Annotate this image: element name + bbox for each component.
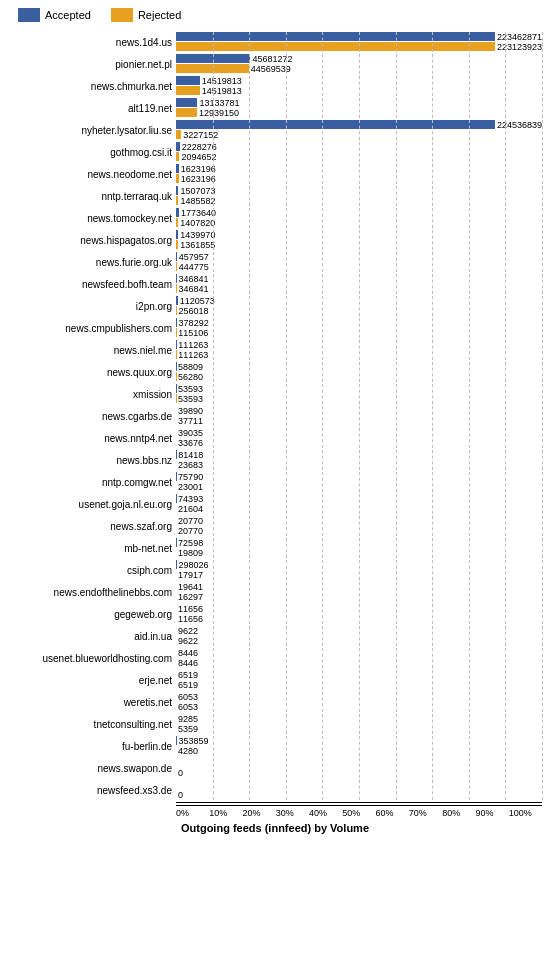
grid-line	[542, 736, 543, 756]
accepted-value: 1623196	[181, 164, 216, 174]
rejected-bar-line: 6053	[176, 702, 542, 711]
row-label: xmission	[8, 389, 176, 400]
accepted-value: 2228276	[182, 142, 217, 152]
accepted-bar-line: 39890	[176, 406, 542, 415]
table-row: gothmog.csi.it22282762094652	[8, 142, 542, 162]
rejected-bar-line: 53593	[176, 394, 542, 403]
rejected-bar-line: 11656	[176, 614, 542, 623]
grid-line	[542, 538, 543, 558]
accepted-bar-line: 20770	[176, 516, 542, 525]
rejected-value: 12939150	[199, 108, 239, 118]
rejected-bar-line: 111263	[176, 350, 542, 359]
accepted-bar-line: 111263	[176, 340, 542, 349]
bars-wrapper: 346841346841	[176, 274, 542, 294]
rejected-value: 5359	[178, 724, 198, 734]
rejected-bar	[176, 262, 177, 271]
rejected-value: 23683	[178, 460, 203, 470]
x-tick: 30%	[276, 806, 309, 818]
rejected-bar-line: 8446	[176, 658, 542, 667]
rejected-value: 8446	[178, 658, 198, 668]
grid-line	[542, 98, 543, 118]
accepted-value: 6519	[178, 670, 198, 680]
rejected-bar	[176, 64, 249, 73]
accepted-value: 45681272	[252, 54, 292, 64]
x-axis-line	[176, 802, 542, 803]
rejected-bar-line: 12939150	[176, 108, 542, 117]
rejected-bar-line: 5359	[176, 724, 542, 733]
rejected-bar-line: 444775	[176, 262, 542, 271]
bars-wrapper: 16231961623196	[176, 164, 542, 184]
bars-wrapper: 84468446	[176, 648, 542, 668]
legend: Accepted Rejected	[8, 8, 542, 22]
accepted-bar-line: 353859	[176, 736, 542, 745]
rejected-bar	[176, 152, 179, 161]
rejected-value: 346841	[179, 284, 209, 294]
rejected-value: 3227152	[183, 130, 218, 140]
accepted-bar-line: 39035	[176, 428, 542, 437]
x-tick: 20%	[243, 806, 276, 818]
table-row: newsfeed.xs3.de0	[8, 780, 542, 800]
accepted-bar	[176, 230, 178, 239]
row-label: news.swapon.de	[8, 763, 176, 774]
rejected-bar	[176, 240, 178, 249]
accepted-bar-line: 298026	[176, 560, 542, 569]
rejected-bar-line: 37711	[176, 416, 542, 425]
bars-section: news.1d4.us223462871223123923pionier.net…	[8, 32, 542, 800]
row-label: aid.in.ua	[8, 631, 176, 642]
x-tick: 100%	[509, 806, 542, 818]
table-row: pionier.net.pl4568127244569539	[8, 54, 542, 74]
row-label: nntp.comgw.net	[8, 477, 176, 488]
grid-line	[542, 714, 543, 734]
accepted-color-box	[18, 8, 40, 22]
bars-wrapper: 17736401407820	[176, 208, 542, 228]
rejected-bar-line: 20770	[176, 526, 542, 535]
table-row: i2pn.org1120573256018	[8, 296, 542, 316]
accepted-value: 20770	[178, 516, 203, 526]
accepted-bar	[176, 98, 197, 107]
rejected-bar	[176, 284, 177, 293]
accepted-value: 75790	[178, 472, 203, 482]
grid-line	[542, 274, 543, 294]
rejected-value: 444775	[179, 262, 209, 272]
accepted-value: 353859	[179, 736, 209, 746]
table-row: news.cmpublishers.com378292115106	[8, 318, 542, 338]
row-label: usenet.blueworldhosting.com	[8, 653, 176, 664]
row-label: news.hispagatos.org	[8, 235, 176, 246]
accepted-bar-line: 45681272	[176, 54, 542, 63]
accepted-bar-line: 58809	[176, 362, 542, 371]
rejected-bar-line: 19809	[176, 548, 542, 557]
grid-line	[542, 494, 543, 514]
chart-container: Accepted Rejected news.1d4.us22346287122…	[0, 0, 550, 874]
accepted-bar-line	[176, 758, 542, 767]
accepted-value: 19641	[178, 582, 203, 592]
rejected-bar	[176, 86, 200, 95]
accepted-bar-line: 1773640	[176, 208, 542, 217]
table-row: usenet.blueworldhosting.com84468446	[8, 648, 542, 668]
bars-wrapper: 60536053	[176, 692, 542, 712]
rejected-label: Rejected	[138, 9, 181, 21]
accepted-value: 1439970	[180, 230, 215, 240]
accepted-value: 378292	[179, 318, 209, 328]
accepted-value: 39035	[178, 428, 203, 438]
table-row: weretis.net60536053	[8, 692, 542, 712]
bars-wrapper: 7259819809	[176, 538, 542, 558]
accepted-value: 1507073	[180, 186, 215, 196]
table-row: news.szaf.org2077020770	[8, 516, 542, 536]
row-label: news.furie.org.uk	[8, 257, 176, 268]
rejected-value: 37711	[178, 416, 203, 426]
grid-line	[542, 648, 543, 668]
bars-wrapper: 65196519	[176, 670, 542, 690]
x-tick: 50%	[342, 806, 375, 818]
accepted-bar-line: 378292	[176, 318, 542, 327]
accepted-bar-line: 6519	[176, 670, 542, 679]
table-row: news.tomockey.net17736401407820	[8, 208, 542, 228]
accepted-bar	[176, 318, 177, 327]
accepted-bar-line: 457957	[176, 252, 542, 261]
row-label: i2pn.org	[8, 301, 176, 312]
accepted-value: 6053	[178, 692, 198, 702]
accepted-bar-line	[176, 780, 542, 789]
accepted-value: 224536839	[497, 120, 542, 130]
table-row: gegeweb.org1165611656	[8, 604, 542, 624]
rejected-value: 33676	[178, 438, 203, 448]
accepted-value: 74393	[178, 494, 203, 504]
